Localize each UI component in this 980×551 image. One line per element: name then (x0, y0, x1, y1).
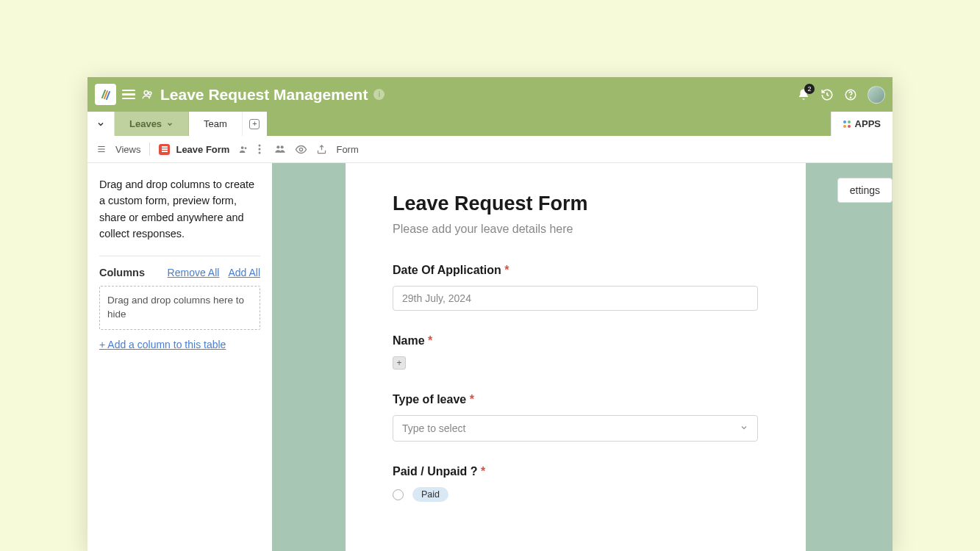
svg-point-9 (277, 145, 280, 148)
field-label-paid: Paid / Unpaid ? * (393, 465, 759, 478)
drop-zone[interactable]: Drag and drop columns here to hide (99, 286, 260, 330)
add-all-link[interactable]: Add All (228, 267, 260, 278)
app-logo[interactable] (95, 84, 116, 105)
svg-point-0 (144, 90, 148, 94)
tab-team[interactable]: Team (189, 112, 243, 136)
svg-point-3 (850, 97, 851, 98)
eye-icon[interactable] (295, 143, 307, 156)
more-icon[interactable] (258, 144, 261, 154)
avatar[interactable] (868, 86, 885, 104)
current-view[interactable]: Leave Form (159, 144, 229, 155)
chevron-down-icon (166, 120, 174, 128)
menu-icon[interactable] (122, 90, 135, 100)
field-label-type: Type of leave * (393, 393, 759, 406)
add-tab-button[interactable]: + (243, 112, 267, 136)
chevron-down-icon (740, 422, 748, 434)
svg-point-8 (259, 152, 261, 154)
form-title: Leave Request Form (393, 192, 759, 215)
help-icon[interactable] (844, 88, 857, 101)
field-label-date: Date Of Application * (393, 264, 759, 277)
share-export-icon[interactable] (316, 144, 327, 155)
tab-label: Leaves (129, 118, 162, 129)
svg-point-7 (259, 148, 261, 151)
svg-point-10 (281, 145, 284, 148)
form-view-icon (159, 144, 170, 155)
history-icon[interactable] (820, 88, 834, 101)
people-icon[interactable] (274, 143, 286, 155)
list-icon[interactable] (96, 144, 107, 154)
date-input[interactable]: 29th July, 2024 (393, 286, 758, 311)
sidebar-help-text: Drag and drop columns to create a custom… (99, 176, 260, 242)
svg-point-5 (245, 147, 247, 149)
paid-pill: Paid (412, 487, 448, 502)
collaborators-icon[interactable] (141, 88, 154, 101)
share-users-icon[interactable] (238, 144, 249, 155)
add-column-link[interactable]: + Add a column to this table (99, 339, 260, 350)
svg-point-6 (259, 145, 261, 147)
svg-point-11 (300, 148, 303, 151)
settings-button[interactable]: ettings (837, 178, 893, 203)
columns-title: Columns (99, 267, 145, 278)
chevron-down-icon[interactable] (87, 112, 115, 136)
page-title: Leave Request Management (160, 86, 368, 104)
apps-label: APPS (855, 118, 881, 129)
field-label-name: Name * (393, 334, 759, 347)
apps-icon (843, 120, 851, 128)
apps-button[interactable]: APPS (831, 112, 893, 136)
notification-icon[interactable]: 2 (797, 88, 810, 101)
type-select[interactable]: Type to select (393, 415, 758, 442)
info-icon[interactable]: i (373, 89, 385, 100)
views-label[interactable]: Views (115, 144, 140, 155)
tab-leaves[interactable]: Leaves (115, 112, 189, 136)
view-name: Leave Form (176, 144, 229, 155)
svg-point-4 (241, 146, 244, 149)
form-card: Leave Request Form Please add your leave… (346, 163, 806, 551)
radio-paid[interactable] (393, 489, 404, 500)
remove-all-link[interactable]: Remove All (168, 267, 220, 278)
form-label[interactable]: Form (336, 144, 358, 155)
tab-label: Team (204, 118, 227, 129)
form-subtitle: Please add your leave details here (393, 223, 759, 236)
svg-point-1 (149, 91, 151, 94)
notification-badge: 2 (804, 84, 815, 94)
add-name-button[interactable]: + (393, 356, 406, 370)
